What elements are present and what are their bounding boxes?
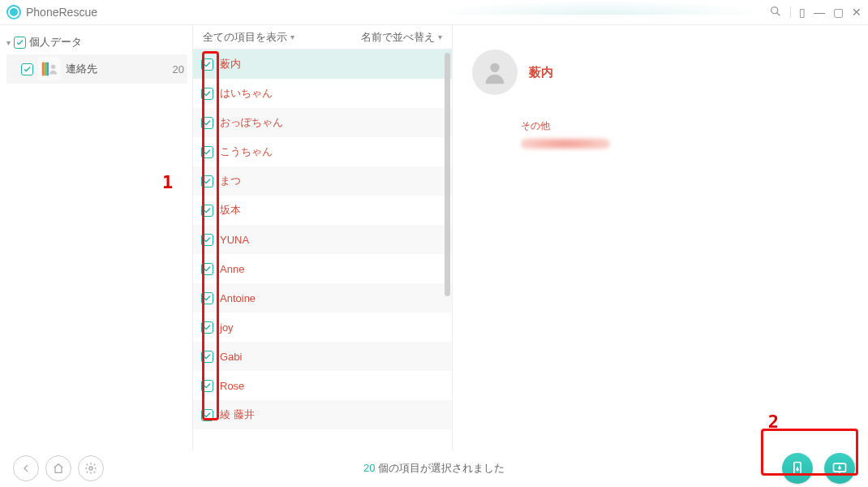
svg-rect-4 <box>46 62 49 76</box>
divider <box>790 6 791 18</box>
detail-name: 薮内 <box>529 65 553 80</box>
sidebar-item-contacts[interactable]: 連絡先 20 <box>6 54 187 84</box>
contact-name: Gabi <box>220 351 242 363</box>
app-logo-icon <box>6 5 21 19</box>
minimize-button[interactable]: — <box>814 6 825 18</box>
checkbox[interactable] <box>201 409 213 421</box>
app-name: PhoneRescue <box>26 6 97 19</box>
svg-point-5 <box>51 65 56 70</box>
menu-icon[interactable]: ▯ <box>799 6 806 18</box>
list-item[interactable]: こうちゃん <box>193 137 452 166</box>
checkbox[interactable] <box>201 175 213 187</box>
sidebar-item-count: 20 <box>173 63 184 75</box>
title-bar: PhoneRescue ▯ — ▢ ✕ <box>0 0 868 24</box>
checkbox[interactable] <box>201 146 213 158</box>
maximize-button[interactable]: ▢ <box>833 6 844 18</box>
svg-point-7 <box>89 467 92 470</box>
detail-value-blurred <box>521 138 610 149</box>
checkbox[interactable] <box>201 88 213 100</box>
list-item[interactable]: 坂本 <box>193 196 452 225</box>
list-item[interactable]: 薮内 <box>193 50 452 79</box>
home-button[interactable] <box>45 455 71 481</box>
list-item[interactable]: おっぽちゃん <box>193 108 452 137</box>
list-item[interactable]: Antoine <box>193 283 452 312</box>
scrollbar-thumb[interactable] <box>445 53 450 296</box>
chevron-down-icon: ▾ <box>290 32 294 41</box>
avatar <box>472 50 518 95</box>
checkbox[interactable] <box>201 321 213 334</box>
checkbox[interactable] <box>201 58 213 71</box>
checkbox[interactable] <box>201 351 213 363</box>
list-item[interactable]: Anne <box>193 254 452 283</box>
recover-to-device-button[interactable] <box>782 453 813 484</box>
list-item[interactable]: YUNA <box>193 225 452 254</box>
checkbox[interactable] <box>201 380 213 392</box>
contact-name: Antoine <box>220 292 256 304</box>
checkbox[interactable] <box>201 292 213 304</box>
contacts-icon <box>38 58 61 80</box>
detail-section-label: その他 <box>521 119 849 133</box>
checkbox[interactable] <box>201 205 213 217</box>
svg-point-6 <box>490 63 499 72</box>
status-suffix: 個の項目が選択されました <box>375 462 505 474</box>
checkbox[interactable] <box>201 234 213 246</box>
back-button[interactable] <box>13 455 39 481</box>
sort-dropdown[interactable]: 名前で並べ替え ▾ <box>361 30 442 45</box>
svg-rect-2 <box>42 62 45 76</box>
list-item[interactable]: 綾 藤井 <box>193 400 452 429</box>
search-icon[interactable] <box>769 5 782 19</box>
contact-name: 綾 藤井 <box>220 407 255 422</box>
checkbox[interactable] <box>201 263 213 275</box>
list-body: 薮内はいちゃんおっぽちゃんこうちゃんまつ坂本YUNAAnneAntoinejoy… <box>193 50 452 450</box>
contact-name: Anne <box>220 263 244 275</box>
contact-name: おっぽちゃん <box>220 115 283 130</box>
filter-label: 全ての項目を表示 <box>203 30 287 45</box>
checkbox[interactable] <box>201 117 213 129</box>
detail-panel: 薮内 その他 <box>453 25 868 450</box>
recover-to-computer-button[interactable] <box>824 453 855 484</box>
contact-name: まつ <box>220 174 241 188</box>
list-item[interactable]: まつ <box>193 166 452 196</box>
contact-name: YUNA <box>220 234 249 246</box>
settings-button[interactable] <box>78 455 104 481</box>
close-button[interactable]: ✕ <box>852 6 862 18</box>
chevron-down-icon: ▾ <box>438 32 442 41</box>
footer: 20 個の項目が選択されました <box>0 450 868 487</box>
contact-name: こうちゃん <box>220 144 273 159</box>
list-header: 全ての項目を表示 ▾ 名前で並べ替え ▾ <box>193 25 452 50</box>
list-item[interactable]: はいちゃん <box>193 79 452 108</box>
chevron-down-icon: ▾ <box>6 38 11 47</box>
status-text: 20 個の項目が選択されました <box>363 461 505 476</box>
svg-point-0 <box>771 7 778 14</box>
svg-rect-3 <box>45 62 47 76</box>
contact-name: はいちゃん <box>220 86 273 101</box>
checkbox[interactable] <box>14 37 26 49</box>
list-item[interactable]: Rose <box>193 371 452 400</box>
sidebar: ▾ 個人データ 連絡先 20 <box>0 25 193 450</box>
tree-root-label: 個人データ <box>29 35 82 50</box>
contact-name: joy <box>220 321 234 334</box>
filter-dropdown[interactable]: 全ての項目を表示 ▾ <box>203 30 294 45</box>
sidebar-item-label: 連絡先 <box>66 62 97 76</box>
status-count: 20 <box>363 462 375 474</box>
list-item[interactable]: Gabi <box>193 342 452 371</box>
tree-root[interactable]: ▾ 個人データ <box>6 33 187 51</box>
list-item[interactable]: joy <box>193 312 452 342</box>
sort-label: 名前で並べ替え <box>361 30 435 45</box>
contact-name: Rose <box>220 380 244 392</box>
checkbox[interactable] <box>21 63 33 75</box>
contact-name: 坂本 <box>220 203 241 218</box>
svg-line-1 <box>777 13 780 16</box>
contact-list: 全ての項目を表示 ▾ 名前で並べ替え ▾ 薮内はいちゃんおっぽちゃんこうちゃんま… <box>193 25 453 450</box>
contact-name: 薮内 <box>220 57 241 71</box>
